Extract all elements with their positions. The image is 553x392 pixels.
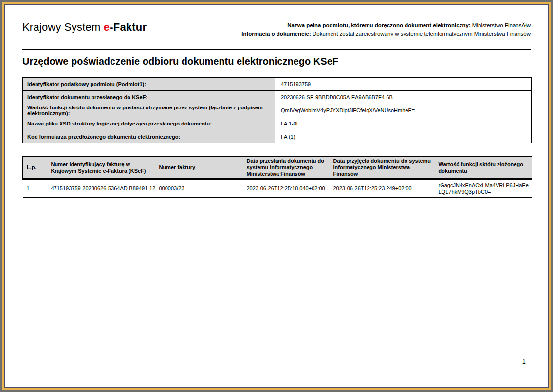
info-label: Wartość funkcji skrótu dokumentu w posta… (23, 104, 275, 117)
meta-info-label: Informacja o dokumencie: (241, 31, 311, 36)
info-label: Identyfikator dokumentu przesłanego do K… (23, 91, 275, 104)
table-row: Identyfikator podatkowy podmiotu (Podmio… (23, 78, 532, 91)
table-row: 1 4715193759-20230626-5364AD-B89491-12 0… (23, 179, 532, 198)
col-header-ksef-number: Numer identyfikujący fakturę w Krajowym … (47, 157, 155, 179)
document-meta: Nazwa pełna podmiotu, któremu doręczono … (241, 21, 531, 38)
col-header-accepted-date: Data przyjęcia dokumentu do systemu info… (330, 157, 435, 179)
window-frame: Krajowy System e-Faktur Nazwa pełna podm… (0, 0, 553, 392)
table-row: Kod formularza przedłożonego dokumentu e… (23, 130, 532, 143)
cell-lp: 1 (23, 179, 47, 198)
cell-hash: rGagcJN4xEnAOxLMa4VRLP6JHaEeLQL7hkM9Q3pT… (435, 179, 532, 198)
logo-e-accent: e (104, 21, 110, 33)
table-row: Wartość funkcji skrótu dokumentu w posta… (23, 104, 532, 117)
info-value: 20230626-SE-9BBDD8C05A-EA9AB6B7F4-6B (275, 91, 532, 104)
cell-accepted-date: 2023-06-26T12:25:23.249+02:00 (330, 179, 435, 198)
info-label: Nazwa pliku XSD struktury logicznej doty… (23, 117, 275, 130)
col-header-sent-date: Data przesłania dokumentu do systemu inf… (243, 157, 330, 179)
logo-prefix: Krajowy System (22, 21, 104, 33)
logo-suffix: Faktur (113, 21, 147, 33)
info-value: 4715193759 (275, 78, 532, 91)
meta-recipient-label: Nazwa pełna podmiotu, któremu doręczono … (287, 22, 470, 28)
table-row: Nazwa pliku XSD struktury logicznej doty… (23, 117, 532, 130)
page-number: 1 (522, 358, 526, 365)
logo-hyphen: - (110, 21, 113, 33)
info-label: Identyfikator podatkowy podmiotu (Podmio… (23, 78, 275, 91)
document-info-table: Identyfikator podatkowy podmiotu (Podmio… (22, 77, 532, 143)
col-header-invoice-number: Numer faktury (155, 157, 243, 179)
meta-line-recipient: Nazwa pełna podmiotu, któremu doręczono … (241, 21, 531, 30)
meta-info-value: Dokument został zarejestrowany w systemi… (311, 31, 531, 36)
document-page: Krajowy System e-Faktur Nazwa pełna podm… (4, 4, 549, 388)
ksef-logo: Krajowy System e-Faktur (22, 21, 147, 34)
col-header-lp: L.p. (23, 157, 47, 179)
header-divider (22, 49, 531, 50)
col-header-hash: Wartość funkcji sktótu złożonego dokumen… (435, 157, 532, 179)
invoice-table: L.p. Numer identyfikujący fakturę w Kraj… (22, 156, 532, 198)
cell-ksef-number: 4715193759-20230626-5364AD-B89491-12 (47, 179, 155, 198)
table-row: Identyfikator dokumentu przesłanego do K… (23, 91, 532, 104)
meta-line-info: Informacja o dokumencie: Dokument został… (241, 30, 531, 38)
meta-recipient-value: Ministerstwo FinansĂłw (471, 22, 531, 28)
invoice-table-header-row: L.p. Numer identyfikujący fakturę w Kraj… (23, 157, 532, 179)
info-label: Kod formularza przedłożonego dokumentu e… (23, 130, 275, 143)
gold-border: Krajowy System e-Faktur Nazwa pełna podm… (2, 2, 551, 390)
info-value: FA 1-0E (275, 117, 532, 130)
cell-invoice-number: 000003/23 (155, 179, 243, 198)
info-value: QmIVegWobimV4yPJYXDipt3iFCfeIqX/VeNUsoHm… (275, 104, 532, 117)
info-value: FA (1) (275, 130, 532, 143)
page-title: Urzędowe poświadczenie odbioru dokumentu… (22, 56, 338, 67)
cell-sent-date: 2023-06-26T12:25:18.040+02:00 (243, 179, 330, 198)
